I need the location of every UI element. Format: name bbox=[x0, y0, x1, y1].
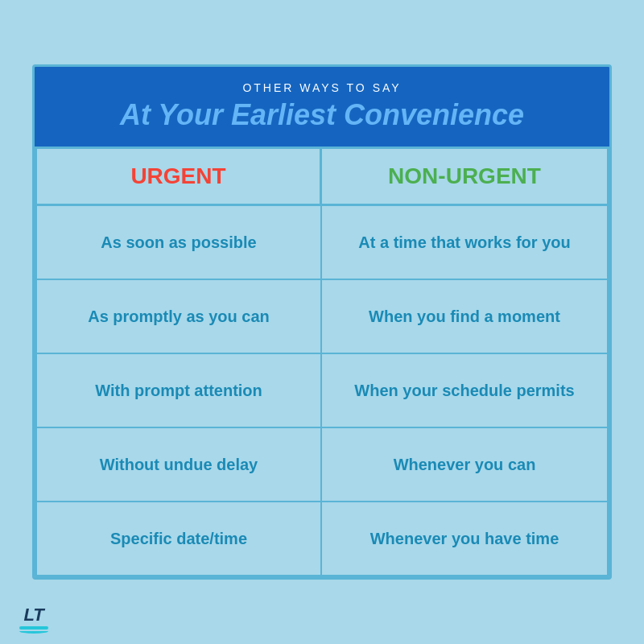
table-row: As promptly as you canWhen you find a mo… bbox=[37, 280, 607, 354]
non-urgent-cell-4: Whenever you have time bbox=[322, 502, 607, 575]
header-title: At Your Earliest Convenience bbox=[51, 99, 593, 131]
non-urgent-cell-3: Whenever you can bbox=[322, 428, 607, 501]
logo-text: LT bbox=[23, 606, 43, 624]
non-urgent-header: NON-URGENT bbox=[322, 149, 607, 204]
header: Other Ways To Say At Your Earliest Conve… bbox=[35, 67, 609, 147]
table-row: Specific date/timeWhenever you have time bbox=[37, 502, 607, 575]
table-row: Without undue delayWhenever you can bbox=[37, 428, 607, 502]
main-card: Other Ways To Say At Your Earliest Conve… bbox=[32, 64, 612, 580]
table: URGENT NON-URGENT As soon as possibleAt … bbox=[35, 147, 609, 577]
urgent-cell-2: With prompt attention bbox=[37, 354, 322, 427]
urgent-cell-0: As soon as possible bbox=[37, 206, 322, 279]
urgent-cell-3: Without undue delay bbox=[37, 428, 322, 501]
column-headers: URGENT NON-URGENT bbox=[37, 149, 607, 206]
urgent-cell-1: As promptly as you can bbox=[37, 280, 322, 353]
urgent-header: URGENT bbox=[37, 149, 322, 204]
table-body: As soon as possibleAt a time that works … bbox=[37, 206, 607, 575]
non-urgent-cell-1: When you find a moment bbox=[322, 280, 607, 353]
logo-underline bbox=[19, 626, 48, 630]
table-row: As soon as possibleAt a time that works … bbox=[37, 206, 607, 280]
non-urgent-cell-0: At a time that works for you bbox=[322, 206, 607, 279]
non-urgent-cell-2: When your schedule permits bbox=[322, 354, 607, 427]
table-row: With prompt attentionWhen your schedule … bbox=[37, 354, 607, 428]
header-subtitle: Other Ways To Say bbox=[51, 81, 593, 94]
logo: LT bbox=[19, 606, 48, 630]
urgent-cell-4: Specific date/time bbox=[37, 502, 322, 575]
